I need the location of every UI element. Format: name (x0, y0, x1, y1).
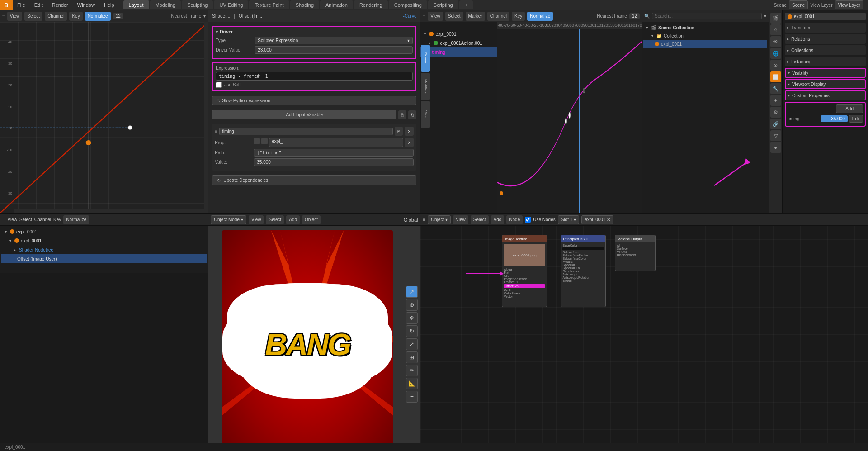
node-view-btn[interactable]: View (453, 215, 468, 224)
outliner-item-2[interactable]: ▸ Shader Nodetree (1, 245, 207, 254)
var-name-field[interactable]: timing (219, 128, 393, 135)
outliner-search-input[interactable] (652, 13, 762, 19)
viewport-display-header[interactable]: ▾ Viewport Display (785, 79, 866, 89)
measure-tool-btn[interactable]: 📐 (406, 378, 418, 389)
tab-modeling[interactable]: Modeling (150, 0, 181, 9)
timeline-ruler-area[interactable]: -80 -70 -60 -50 -40 -30 -20 -10 0 10 20 … (497, 22, 642, 213)
menu-render[interactable]: Render (47, 0, 73, 10)
tab-compositing[interactable]: Compositing (389, 0, 427, 9)
add-prop-btn[interactable]: Add (836, 104, 863, 113)
tab-add[interactable]: + (459, 0, 473, 9)
viewport-add-btn[interactable]: Add (286, 215, 300, 224)
anim-key-btn[interactable]: Key (512, 12, 525, 21)
scene-collection-item[interactable]: ▾ 🎬 Scene Collection (643, 24, 767, 32)
menu-help[interactable]: Help (99, 0, 119, 10)
collection-item[interactable]: ▾ 📁 Collection (643, 32, 767, 40)
side-tab-modifiers[interactable]: Modifiers (421, 73, 430, 100)
props-view-icon[interactable]: 👁 (770, 36, 781, 47)
app-logo[interactable]: B (0, 0, 13, 10)
expression-input[interactable] (216, 72, 413, 81)
node-add-btn[interactable]: Add (491, 215, 505, 224)
outliner-item-1[interactable]: ▾ expl_0001 (1, 236, 207, 245)
props-scene-icon[interactable]: 🌐 (770, 48, 781, 59)
add-obj-btn[interactable]: + (406, 391, 418, 403)
normalize-btn-bottom[interactable]: Normalize (63, 215, 89, 224)
instancing-header[interactable]: ▸ Instancing (785, 57, 866, 66)
relations-header[interactable]: ▸ Relations (785, 34, 866, 44)
node-principled[interactable]: Principled BSDF BaseColor Subsurface Sub… (561, 235, 606, 307)
tab-sculpting[interactable]: Sculpting (182, 0, 213, 9)
use-self-checkbox[interactable] (216, 82, 222, 88)
tab-layout[interactable]: Layout (123, 0, 149, 9)
copy-var-btn[interactable]: ⎘ (398, 110, 406, 119)
tab-rendering[interactable]: Rendering (354, 0, 388, 9)
outliner-item-3[interactable]: Offset (Image User) (1, 254, 207, 263)
props-data-icon[interactable]: ▽ (770, 130, 781, 141)
node-select-btn[interactable]: Select (471, 215, 489, 224)
viewport-select-btn[interactable]: Select (266, 215, 284, 224)
cursor-tool-btn[interactable]: ⊕ (406, 299, 418, 311)
object-mode-dropdown[interactable]: Object Mode ▾ (211, 215, 246, 224)
slow-python-btn[interactable]: ⚠ Slow Python expression (212, 96, 416, 105)
datablock-dropdown[interactable]: expl_0001 ✕ (581, 215, 613, 224)
props-physics-icon[interactable]: ⚙ (770, 107, 781, 118)
scene-dropdown[interactable]: Scene (789, 0, 808, 9)
node-image-texture[interactable]: Image Texture expl_0001.png Alpha Flat C… (502, 235, 547, 307)
menu-window[interactable]: Window (73, 0, 99, 10)
menu-edit[interactable]: Edit (30, 0, 47, 10)
anim-select-btn[interactable]: Select (445, 12, 463, 21)
select-tool-btn[interactable]: ↗ (406, 286, 418, 298)
props-world-icon[interactable]: ⊙ (770, 60, 781, 71)
paste-var-btn[interactable]: ⎗ (408, 110, 416, 119)
timing-edit-btn[interactable]: Edit (849, 115, 863, 123)
anim-channel-btn[interactable]: Channel (487, 12, 509, 21)
node-type-dropdown[interactable]: Object ▾ (428, 215, 451, 224)
frame-num-anim[interactable]: 12 (629, 13, 640, 19)
type-dropdown[interactable]: Scripted Expression ▾ (255, 37, 413, 44)
viewport-object-btn[interactable]: Object (302, 215, 321, 224)
graph-view-btn[interactable]: View (7, 12, 23, 21)
props-object-icon[interactable]: ⬜ (770, 71, 781, 82)
curve-area[interactable] (497, 29, 642, 213)
view-layer-dropdown[interactable]: View Layer (835, 0, 863, 9)
props-material-icon[interactable]: ● (770, 142, 781, 153)
var-copy-btn[interactable]: ⎘ (395, 127, 403, 136)
menu-file[interactable]: File (13, 0, 30, 10)
f-curve-btn[interactable]: F-Curve (400, 14, 416, 19)
graph-select-btn[interactable]: Select (24, 12, 42, 21)
side-tab-drivers[interactable]: Drivers (421, 45, 430, 72)
path-value[interactable]: ["timing"] (254, 149, 414, 157)
offset-btn[interactable]: Offset (Im... (239, 14, 262, 19)
transform-tool-btn[interactable]: ⊞ (406, 351, 418, 363)
props-modifier-icon[interactable]: 🔧 (770, 83, 781, 94)
tab-shading[interactable]: Shading (290, 0, 319, 9)
visibility-header[interactable]: ▾ Visibility (785, 68, 866, 78)
graph-channel-btn[interactable]: Channel (45, 12, 67, 21)
prop-value[interactable]: expl_ (269, 138, 403, 147)
annotate-tool-btn[interactable]: ✏ (406, 365, 418, 376)
viewport-content[interactable]: BANG ↗ ⊕ ✥ ↻ ⤢ ⊞ ✏ 📐 + (208, 226, 420, 451)
use-nodes-checkbox[interactable] (525, 217, 531, 223)
tab-scripting[interactable]: Scripting (428, 0, 458, 9)
move-tool-btn[interactable]: ✥ (406, 312, 418, 324)
anim-view-btn[interactable]: View (428, 12, 443, 21)
timing-prop-value[interactable]: 35.000 (821, 115, 848, 122)
rotate-tool-btn[interactable]: ↻ (406, 325, 418, 337)
props-output-icon[interactable]: 🖨 (770, 24, 781, 35)
node-material-output[interactable]: Material Output All Surface Volume Displ… (615, 235, 656, 271)
scale-tool-btn[interactable]: ⤢ (406, 338, 418, 350)
tab-texture-paint[interactable]: Texture Paint (249, 0, 289, 9)
track-expl[interactable]: ▾ expl_0001 (420, 29, 497, 38)
filter-icon[interactable]: ▾ (764, 14, 766, 19)
viewport-view-btn[interactable]: View (249, 215, 264, 224)
node-node-btn[interactable]: Node (506, 215, 523, 224)
add-input-btn[interactable]: Add Input Variable (212, 110, 396, 119)
node-canvas[interactable]: Image Texture expl_0001.png Alpha Flat C… (420, 226, 868, 451)
graph-normalize-btn[interactable]: Normalize (85, 12, 111, 21)
props-constraint-icon[interactable]: 🔗 (770, 119, 781, 129)
side-tab-view[interactable]: View (421, 101, 430, 128)
transform-header[interactable]: ▸ Transform (785, 23, 866, 33)
anim-normalize-btn[interactable]: Normalize (527, 12, 553, 21)
props-particles-icon[interactable]: ✦ (770, 95, 781, 106)
object-name-label[interactable]: expl_0001 (794, 14, 815, 19)
